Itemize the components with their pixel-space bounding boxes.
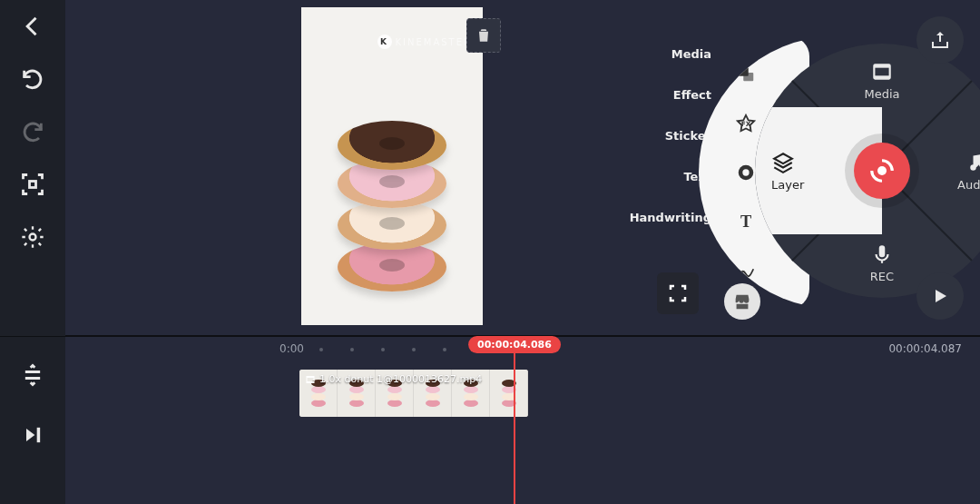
clip-label: 1.0x donut 1@1000013627.mp4 xyxy=(305,373,482,385)
preview-content xyxy=(333,121,451,293)
kinemaster-logo-icon: K xyxy=(377,35,392,49)
watermark: K KINEMASTER xyxy=(377,35,473,49)
play-button[interactable] xyxy=(916,272,964,320)
svg-rect-11 xyxy=(874,64,889,67)
svg-text:FX: FX xyxy=(741,119,751,127)
timeline-expand-button[interactable] xyxy=(0,349,65,401)
playhead-time-badge: 00:00:04.086 xyxy=(468,336,561,353)
back-button[interactable] xyxy=(0,0,65,53)
wheel-audio-label: Audio xyxy=(957,178,980,192)
submenu-label-effect: Effect xyxy=(621,88,711,102)
project-duration: 00:00:04.087 xyxy=(888,342,962,355)
layer-media-button[interactable] xyxy=(730,57,762,90)
svg-rect-13 xyxy=(879,245,886,257)
timeline-clip[interactable]: 1.0x donut 1@1000013627.mp4 xyxy=(299,370,528,417)
fullscreen-button[interactable] xyxy=(657,272,699,314)
wheel-media-label: Media xyxy=(864,87,899,101)
wheel-layer-label: Layer xyxy=(771,178,804,192)
timeline-panel[interactable]: 0:00 00:00:04.087 1.0x donut 1@100001362… xyxy=(65,336,980,504)
ruler-start-label: 0:00 xyxy=(279,342,304,355)
submenu-label-handwriting: Handwriting xyxy=(621,211,711,224)
undo-button[interactable] xyxy=(0,53,65,105)
svg-rect-0 xyxy=(30,182,36,188)
svg-rect-16 xyxy=(307,376,314,378)
svg-rect-12 xyxy=(874,75,889,78)
submenu-label-sticker: Sticker xyxy=(621,129,711,143)
svg-text:T: T xyxy=(740,213,751,232)
svg-point-1 xyxy=(30,234,36,241)
svg-rect-2 xyxy=(37,428,41,442)
wheel-rec-label: REC xyxy=(870,270,894,283)
left-toolbar xyxy=(0,0,65,504)
capture-frame-button[interactable] xyxy=(0,158,65,211)
control-panel: Media Effect Sticker Text Handwriting FX… xyxy=(628,0,980,336)
watermark-text: KINEMASTER xyxy=(396,37,473,47)
clip-label-text: 1.0x donut 1@1000013627.mp4 xyxy=(319,373,482,385)
submenu-label-media: Media xyxy=(621,47,711,61)
svg-rect-17 xyxy=(307,381,314,383)
layer-handwriting-button[interactable] xyxy=(730,255,762,288)
ruler-ticks xyxy=(319,348,477,351)
playhead[interactable]: 00:00:04.086 xyxy=(514,337,515,504)
export-button[interactable] xyxy=(916,16,964,64)
layer-effect-button[interactable]: FX xyxy=(730,107,762,140)
toolbar-divider xyxy=(0,336,65,337)
svg-rect-4 xyxy=(743,73,753,81)
project-settings-button[interactable] xyxy=(0,211,65,263)
preview-frame[interactable]: K KINEMASTER xyxy=(301,7,483,325)
wheel-camera-button[interactable] xyxy=(854,143,910,199)
preview-panel: K KINEMASTER xyxy=(65,0,628,336)
layer-submenu-labels: Media Effect Sticker Text Handwriting xyxy=(621,47,711,224)
asset-store-button[interactable] xyxy=(724,283,760,320)
delete-watermark-button[interactable] xyxy=(466,18,501,53)
jump-to-end-button[interactable] xyxy=(0,409,65,461)
redo-button[interactable] xyxy=(0,105,65,158)
svg-point-8 xyxy=(742,169,749,175)
submenu-label-text: Text xyxy=(621,170,711,183)
layer-text-button[interactable]: T xyxy=(730,205,762,238)
svg-point-14 xyxy=(877,166,887,175)
